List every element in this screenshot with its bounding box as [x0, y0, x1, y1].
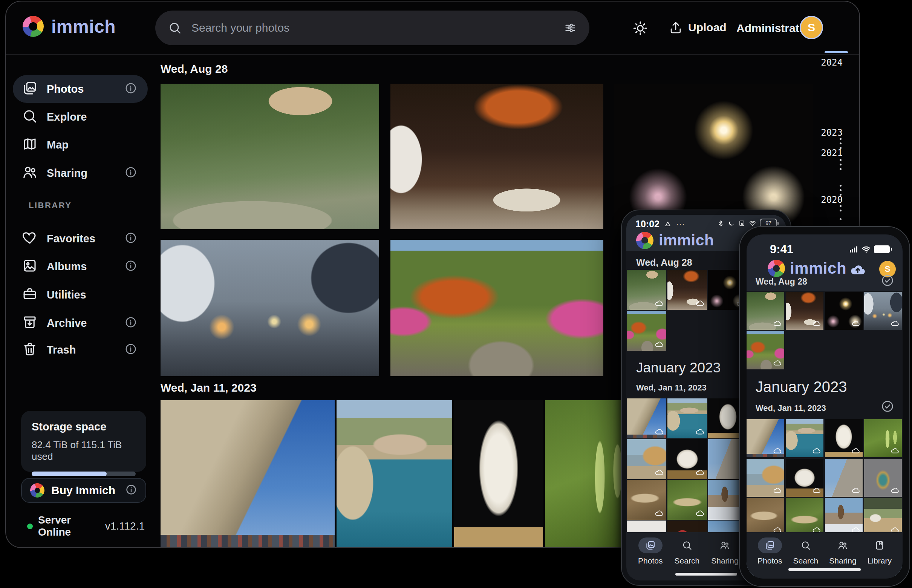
sidebar-item-utilities[interactable]: Utilities	[13, 281, 148, 309]
upload-label: Upload	[688, 21, 726, 34]
thumb-fountain-sculpture[interactable]	[864, 459, 902, 497]
cloud-sync-icon	[891, 319, 899, 328]
user-avatar[interactable]: S	[800, 16, 823, 39]
photo-fortress-sea[interactable]	[337, 400, 452, 548]
sidebar-item-map[interactable]: Map	[13, 131, 148, 159]
theme-toggle-button[interactable]	[633, 20, 648, 38]
info-icon[interactable]	[124, 316, 137, 330]
scrubber-position-indicator[interactable]	[825, 51, 848, 53]
sidebar-item-trash[interactable]: Trash	[13, 336, 148, 364]
thumb-lizard-moss[interactable]	[667, 480, 707, 520]
cloud-sync-icon	[851, 486, 860, 494]
thumb-beach-cliff[interactable]	[747, 459, 784, 497]
cloud-backup-button[interactable]	[849, 261, 867, 279]
thumb-dinner[interactable]	[667, 270, 707, 310]
thumb-marble-bust[interactable]	[825, 419, 863, 457]
nav-search[interactable]: Search	[793, 538, 818, 565]
info-icon[interactable]	[124, 231, 137, 246]
thumb-fortress[interactable]	[627, 398, 666, 438]
search-icon	[801, 540, 811, 551]
thumb-fireworks[interactable]	[825, 292, 863, 330]
moon-dnd-icon	[728, 220, 735, 227]
photo-row	[747, 459, 902, 497]
photo-autumn-path[interactable]	[391, 240, 603, 376]
photo-marble-bust[interactable]	[454, 400, 543, 548]
sidebar-item-favorites[interactable]: Favorites	[13, 225, 148, 252]
home-indicator[interactable]	[788, 568, 861, 571]
photo-outdoor-dinner[interactable]	[391, 84, 603, 229]
thumb-hands[interactable]	[864, 292, 902, 330]
thumb-zoo[interactable]	[747, 292, 784, 330]
thumb-fortress[interactable]	[747, 419, 784, 457]
search-icon	[682, 540, 692, 551]
brand-name: immich	[51, 16, 116, 37]
buy-immich-button[interactable]: Buy Immich	[21, 478, 146, 503]
upload-button[interactable]: Upload	[668, 20, 726, 35]
sun-icon	[633, 20, 648, 36]
thumb-zoo[interactable]	[627, 270, 666, 310]
thumb-autumn[interactable]	[627, 311, 666, 351]
photo-row	[627, 439, 748, 479]
thumb-fortress-sea[interactable]	[786, 419, 823, 457]
sidebar-item-photos[interactable]: Photos	[13, 75, 148, 103]
sidebar-item-archive[interactable]: Archive	[13, 309, 148, 337]
photo-fireworks[interactable]	[614, 84, 813, 229]
nav-photos[interactable]: Photos	[757, 538, 782, 565]
scrubber-year-2021[interactable]: 2021	[816, 148, 843, 158]
nav-sharing[interactable]: Sharing	[711, 538, 738, 565]
trash-icon	[22, 341, 38, 359]
sidebar-item-explore[interactable]: Explore	[13, 103, 148, 131]
thumb-lizard-moss[interactable]	[786, 498, 823, 536]
iphone-app-logo: immich	[768, 259, 846, 278]
thumb-lizard[interactable]	[747, 498, 784, 536]
cloud-sync-icon	[812, 486, 821, 494]
thumb-marble-sculpture[interactable]	[786, 459, 823, 497]
search-input[interactable]: Search your photos	[155, 11, 589, 45]
nav-sharing[interactable]: Sharing	[829, 538, 856, 565]
sidebar-label: Photos	[47, 83, 124, 95]
brand-name: immich	[659, 231, 714, 249]
search-filters-icon[interactable]	[564, 21, 576, 34]
scrubber-year-2023[interactable]: 2023	[816, 128, 843, 138]
thumb-alpine-village[interactable]	[864, 498, 902, 536]
nav-library[interactable]: Library	[868, 538, 892, 565]
nav-search[interactable]: Search	[675, 538, 700, 565]
thumb-autumn[interactable]	[747, 331, 784, 369]
android-statusbar-left: 10:02 ···	[635, 219, 685, 229]
home-indicator[interactable]	[675, 573, 737, 575]
nav-photos[interactable]: Photos	[638, 538, 662, 565]
sidebar-label: Utilities	[47, 289, 148, 301]
thumb-lizard[interactable]	[627, 480, 666, 520]
android-app-logo: immich	[636, 231, 714, 249]
cloud-sync-icon	[695, 468, 704, 477]
photo-holding-hands[interactable]	[161, 240, 379, 376]
explore-search-icon	[22, 108, 38, 126]
thumb-ruins[interactable]	[825, 459, 863, 497]
info-icon[interactable]	[125, 484, 137, 497]
cloud-sync-icon	[695, 427, 704, 436]
cloud-sync-icon	[851, 319, 860, 328]
thumb-snow-church[interactable]	[825, 498, 863, 536]
photo-zoo-monkeys[interactable]	[161, 84, 379, 229]
select-all-check-icon[interactable]	[881, 399, 894, 415]
app-version: v1.112.1	[105, 520, 145, 532]
thumb-beach-cliff[interactable]	[627, 439, 666, 479]
info-icon[interactable]	[124, 342, 137, 357]
scrubber-year-2020[interactable]: 2020	[816, 194, 843, 205]
brand-name: immich	[790, 259, 846, 278]
scrubber-year-2024[interactable]: 2024	[816, 57, 843, 68]
info-icon[interactable]	[124, 259, 137, 274]
select-all-check-icon[interactable]	[881, 274, 894, 289]
thumb-fortress-sea[interactable]	[667, 398, 707, 438]
albums-image-icon	[22, 258, 38, 275]
sidebar-item-sharing[interactable]: Sharing	[13, 159, 148, 187]
thumb-sea-grapes[interactable]	[864, 419, 902, 457]
thumb-dinner[interactable]	[786, 292, 823, 330]
photo-sea-grapes[interactable]	[545, 400, 633, 548]
info-icon[interactable]	[124, 166, 137, 180]
app-logo[interactable]: immich	[23, 16, 116, 37]
sidebar-item-albums[interactable]: Albums	[13, 252, 148, 280]
thumb-marble-sculpture[interactable]	[667, 439, 707, 479]
photo-fortress-wall[interactable]	[161, 400, 335, 548]
info-icon[interactable]	[124, 82, 137, 96]
